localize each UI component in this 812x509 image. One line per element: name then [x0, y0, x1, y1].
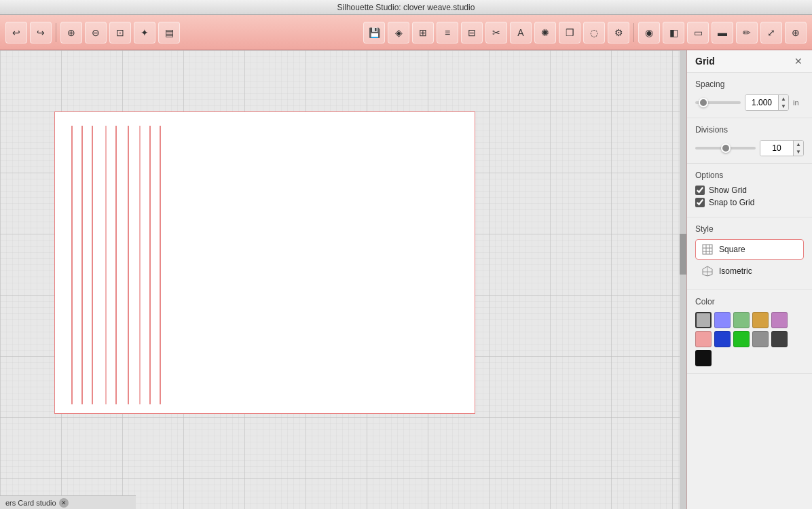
spacing-slider[interactable]	[695, 101, 741, 104]
style-label: Style	[695, 224, 804, 234]
main-area: ers Card studio ✕ Grid ✕ Spacing ▲ ▼	[0, 50, 812, 509]
spacing-input[interactable]	[745, 95, 778, 110]
bottom-tab-bar: ers Card studio ✕	[0, 495, 136, 509]
document-page	[54, 111, 475, 414]
color-swatch-green[interactable]	[733, 331, 750, 347]
grid-panel: Grid ✕ Spacing ▲ ▼ in Di	[686, 50, 812, 509]
isometric-grid-icon	[701, 265, 714, 277]
zoom-out-button[interactable]: ⊖	[85, 22, 107, 43]
panel-close-button[interactable]: ✕	[793, 56, 804, 67]
color-swatch-black[interactable]	[695, 350, 712, 366]
spacing-input-wrap: ▲ ▼	[745, 94, 789, 111]
style-section: Style Square	[687, 217, 812, 290]
page-button[interactable]: ▤	[158, 22, 180, 43]
spacing-spin-down[interactable]: ▼	[779, 103, 788, 110]
cut-button[interactable]: ✂	[485, 22, 507, 43]
text-button[interactable]: A	[510, 22, 532, 43]
spacing-unit: in	[793, 99, 804, 107]
color-swatch-purple[interactable]	[771, 312, 788, 328]
divisions-spin-up[interactable]: ▲	[794, 141, 803, 148]
spacing-control-row: ▲ ▼ in	[695, 94, 804, 111]
color-swatches	[695, 312, 804, 366]
color-fill-button[interactable]: ◉	[638, 22, 660, 43]
color-swatch-pink[interactable]	[695, 331, 712, 347]
tab-close-button[interactable]: ✕	[59, 498, 69, 508]
fill-button[interactable]: ◈	[388, 22, 409, 43]
tab-label: ers Card studio	[5, 499, 56, 507]
settings-button[interactable]: ⚙	[608, 22, 629, 43]
divisions-input-wrap: ▲ ▼	[760, 140, 804, 156]
svg-rect-11	[703, 245, 712, 254]
color-section: Color	[687, 290, 812, 374]
style-isometric-label: Isometric	[719, 266, 752, 276]
color-swatch-darkgray[interactable]	[771, 331, 788, 347]
knife-button[interactable]: ◌	[583, 22, 605, 43]
divisions-input[interactable]	[760, 141, 793, 156]
undo-button[interactable]: ↩	[5, 22, 27, 43]
weld-button[interactable]: ✺	[534, 22, 556, 43]
zoom-fit-button[interactable]: ⊡	[109, 22, 131, 43]
shadow-button[interactable]: ◧	[663, 22, 684, 43]
snap-to-grid-checkbox[interactable]	[695, 198, 705, 207]
color-swatch-orange[interactable]	[752, 312, 769, 328]
canvas-area[interactable]: ers Card studio ✕	[0, 50, 686, 509]
document-lines	[55, 112, 475, 413]
divisions-spin-down[interactable]: ▼	[794, 148, 803, 156]
save-button[interactable]: 💾	[363, 22, 385, 43]
window-title: Silhouette Studio: clover weave.studio	[337, 3, 475, 12]
align-button[interactable]: ≡	[437, 22, 458, 43]
align2-button[interactable]: ⊟	[461, 22, 483, 43]
panel3-button[interactable]: ▬	[712, 22, 733, 43]
spacing-slider-container	[695, 101, 741, 104]
color-swatch-lightblue[interactable]	[714, 312, 731, 328]
panel-header: Grid ✕	[687, 50, 812, 73]
pen-button[interactable]: ✏	[736, 22, 758, 43]
style-square-label: Square	[719, 245, 745, 254]
divisions-section: Divisions ▲ ▼	[687, 118, 812, 164]
show-grid-checkbox[interactable]	[695, 186, 705, 195]
title-bar: Silhouette Studio: clover weave.studio	[0, 0, 812, 15]
panel-title: Grid	[695, 56, 715, 67]
spacing-label: Spacing	[695, 80, 804, 89]
options-section: Options Show Grid Snap to Grid	[687, 164, 812, 217]
snap-to-grid-row: Snap to Grid	[695, 198, 804, 207]
color-swatch-gray[interactable]	[695, 312, 712, 328]
divisions-slider[interactable]	[695, 147, 756, 150]
square-grid-icon	[701, 243, 714, 256]
divisions-spin-buttons: ▲ ▼	[793, 141, 803, 156]
zoom-in-button[interactable]: ⊕	[60, 22, 82, 43]
panel2-button[interactable]: ▭	[687, 22, 709, 43]
scrollbar-thumb[interactable]	[680, 234, 686, 275]
color-label: Color	[695, 297, 804, 306]
options-label: Options	[695, 171, 804, 180]
expand-button[interactable]: ⤢	[760, 22, 782, 43]
replicate-button[interactable]: ❒	[559, 22, 580, 43]
transform-button[interactable]: ✦	[134, 22, 155, 43]
show-grid-row: Show Grid	[695, 186, 804, 195]
more-button[interactable]: ⊕	[785, 22, 807, 43]
style-isometric-option[interactable]: Isometric	[695, 261, 804, 281]
spacing-spin-buttons: ▲ ▼	[778, 95, 788, 110]
color-swatch-blue[interactable]	[714, 331, 731, 347]
toolbar-sep-2	[633, 23, 634, 42]
spacing-spin-up[interactable]: ▲	[779, 95, 788, 103]
show-grid-label: Show Grid	[709, 186, 747, 195]
toolbar: ↩ ↪ ⊕ ⊖ ⊡ ✦ ▤ 💾 ◈ ⊞ ≡ ⊟ ✂ A ✺ ❒ ◌ ⚙ ◉ ◧ …	[0, 15, 812, 50]
divisions-slider-container	[695, 147, 756, 150]
redo-button[interactable]: ↪	[30, 22, 52, 43]
divisions-label: Divisions	[695, 125, 804, 135]
color-swatch-lightgreen[interactable]	[733, 312, 750, 328]
vertical-scrollbar[interactable]	[680, 50, 686, 509]
style-square-option[interactable]: Square	[695, 239, 804, 260]
toolbar-sep-1	[56, 23, 56, 42]
divisions-control-row: ▲ ▼	[695, 140, 804, 156]
snap-to-grid-label: Snap to Grid	[709, 198, 754, 207]
spacing-section: Spacing ▲ ▼ in	[687, 73, 812, 118]
grid-button[interactable]: ⊞	[412, 22, 434, 43]
color-swatch-midgray[interactable]	[752, 331, 769, 347]
